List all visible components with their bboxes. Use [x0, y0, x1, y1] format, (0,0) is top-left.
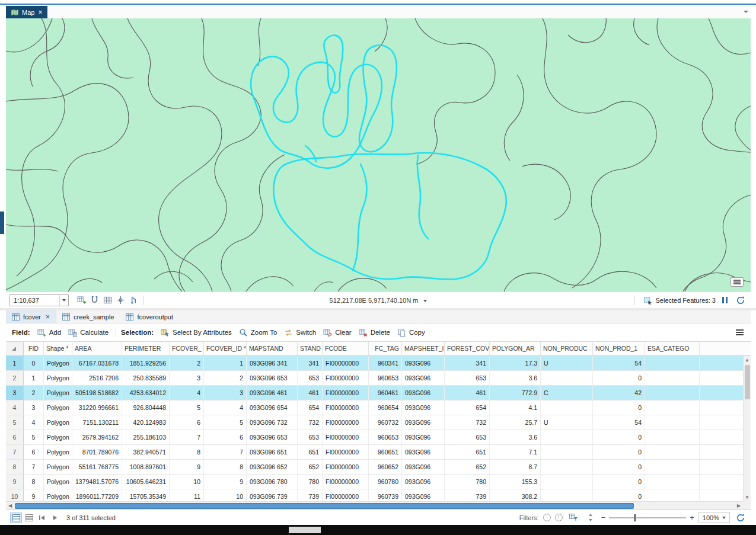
table-cell[interactable]: 732 [298, 415, 323, 430]
table-tab-fcoveroutput[interactable]: fcoveroutput [120, 310, 179, 323]
table-cell[interactable]: 2 [204, 371, 247, 385]
next-record-icon[interactable] [49, 512, 61, 523]
table-cell[interactable]: 654 [445, 401, 490, 415]
table-cell[interactable]: 093G096 [402, 386, 445, 400]
table-cell[interactable]: 780 [445, 475, 490, 489]
table-cell[interactable]: 780 [298, 475, 323, 489]
column-header-stand[interactable]: STAND [298, 342, 323, 355]
table-cell[interactable]: 3 [204, 386, 247, 400]
table-cell[interactable]: 9 [170, 460, 204, 474]
row-number[interactable]: 10 [6, 489, 24, 501]
table-cell[interactable]: 652 [445, 460, 490, 474]
table-cell[interactable]: 7 [204, 445, 247, 459]
select-by-attributes-button[interactable]: Select By Attributes [157, 326, 235, 339]
table-cell[interactable]: 8.7 [490, 460, 541, 474]
table-cell[interactable]: 250.835589 [122, 371, 170, 385]
table-cell[interactable]: FI00000000 [323, 356, 369, 370]
table-cell[interactable]: 651 [445, 445, 490, 459]
table-cell[interactable]: FI00000000 [323, 401, 369, 415]
table-cell[interactable]: 653 [298, 371, 323, 385]
table-cell[interactable]: 093G096 [402, 356, 445, 370]
table-cell[interactable]: 9 [204, 475, 247, 489]
table-cell[interactable]: 5 [24, 430, 44, 444]
pause-drawing-icon[interactable] [720, 297, 729, 303]
table-cell[interactable]: 960653 [369, 371, 402, 385]
table-cell[interactable]: 2516.7206 [72, 371, 122, 385]
column-header-mapstand[interactable]: MAPSTAND [247, 342, 298, 355]
column-header-non-prod-1[interactable]: NON_PROD_1 [593, 342, 645, 355]
table-cell[interactable]: 0 [593, 430, 645, 444]
horizontal-scroll-thumb[interactable] [15, 503, 634, 509]
table-cell[interactable]: 093G096 739 [247, 489, 298, 501]
table-cell[interactable]: 8701.789076 [72, 445, 122, 459]
table-cell[interactable]: 10 [170, 475, 204, 489]
table-cell[interactable]: 420.124983 [122, 415, 170, 430]
table-cell[interactable]: FI00000000 [323, 445, 369, 459]
table-cell[interactable]: 653 [298, 430, 323, 444]
table-cell[interactable]: 0 [593, 475, 645, 489]
table-cell[interactable]: 0 [593, 460, 645, 474]
table-cell[interactable]: 960780 [369, 475, 402, 489]
table-row[interactable]: 65Polygon2679.394162255.18610376093G096 … [6, 430, 751, 445]
table-cell[interactable]: 093G096 653 [247, 430, 298, 444]
table-cell[interactable]: 2 [170, 356, 204, 370]
table-cell[interactable] [645, 371, 700, 385]
snapping-icon[interactable] [88, 294, 100, 306]
table-cell[interactable]: 15705.35349 [122, 489, 170, 501]
table-cell[interactable]: 0 [593, 445, 645, 459]
table-row[interactable]: 54Polygon7151.130211420.12498365093G096 … [6, 415, 751, 430]
table-cell[interactable] [541, 445, 593, 459]
table-cell[interactable]: 8 [170, 445, 204, 459]
add-field-button[interactable]: Add [34, 326, 65, 339]
table-cell[interactable]: 093G096 732 [247, 415, 298, 430]
table-cell[interactable]: 9 [24, 489, 44, 501]
table-cell[interactable]: 8 [204, 460, 247, 474]
table-cell[interactable]: Polygon [44, 430, 72, 444]
column-header-area[interactable]: AREA [72, 342, 122, 355]
table-cell[interactable]: 308.2 [490, 489, 541, 501]
table-cell[interactable]: 155.3 [490, 475, 541, 489]
table-cell[interactable]: 960341 [369, 356, 402, 370]
map-view[interactable] [6, 18, 751, 291]
table-cell[interactable]: Polygon [44, 489, 72, 501]
column-header-fcode[interactable]: FCODE [323, 342, 369, 355]
copy-button[interactable]: Copy [394, 326, 429, 339]
row-number[interactable]: 5 [6, 415, 24, 430]
table-cell[interactable]: 7 [170, 430, 204, 444]
table-cell[interactable] [645, 401, 700, 415]
table-cell[interactable]: 6 [170, 415, 204, 430]
table-cell[interactable]: 093G096 [402, 415, 445, 430]
table-cell[interactable]: FI00000000 [323, 489, 369, 501]
table-row[interactable]: 10Polygon67167.0316781851.92925621093G09… [6, 356, 751, 371]
table-cell[interactable]: 255.186103 [122, 430, 170, 444]
select-all-corner[interactable] [6, 342, 24, 355]
row-number[interactable]: 8 [6, 460, 24, 474]
column-header-fid[interactable]: FID [24, 342, 44, 355]
table-cell[interactable]: 093G096 654 [247, 401, 298, 415]
table-cell[interactable]: 17.3 [490, 356, 541, 370]
table-cell[interactable]: 093G096 [402, 401, 445, 415]
range-filter-icon[interactable] [555, 514, 563, 521]
row-number[interactable]: 2 [6, 371, 24, 385]
overflow-annotations-icon[interactable] [731, 277, 744, 287]
table-cell[interactable]: 093G096 461 [247, 386, 298, 400]
table-cell[interactable]: 1 [24, 371, 44, 385]
zoom-slider-track[interactable] [609, 517, 686, 518]
table-cell[interactable]: U [541, 415, 593, 430]
column-header-fcover-id[interactable]: FCOVER_ID * [204, 342, 247, 355]
row-number[interactable]: 7 [6, 445, 24, 459]
column-header-perimeter[interactable]: PERIMETER [122, 342, 170, 355]
table-cell[interactable]: 093G096 780 [247, 475, 298, 489]
table-cell[interactable]: FI00000000 [323, 430, 369, 444]
table-cell[interactable]: 093G096 652 [247, 460, 298, 474]
table-cell[interactable]: Polygon [44, 445, 72, 459]
table-cell[interactable]: FI00000000 [323, 415, 369, 430]
table-cell[interactable] [541, 475, 593, 489]
table-cell[interactable]: 2679.394162 [72, 430, 122, 444]
table-cell[interactable]: 42 [593, 386, 645, 400]
table-cell[interactable]: 67167.031678 [72, 356, 122, 370]
table-cell[interactable]: Polygon [44, 356, 72, 370]
table-cell[interactable]: 31220.996661 [72, 401, 122, 415]
table-cell[interactable]: Polygon [44, 371, 72, 385]
table-cell[interactable]: 653 [445, 430, 490, 444]
